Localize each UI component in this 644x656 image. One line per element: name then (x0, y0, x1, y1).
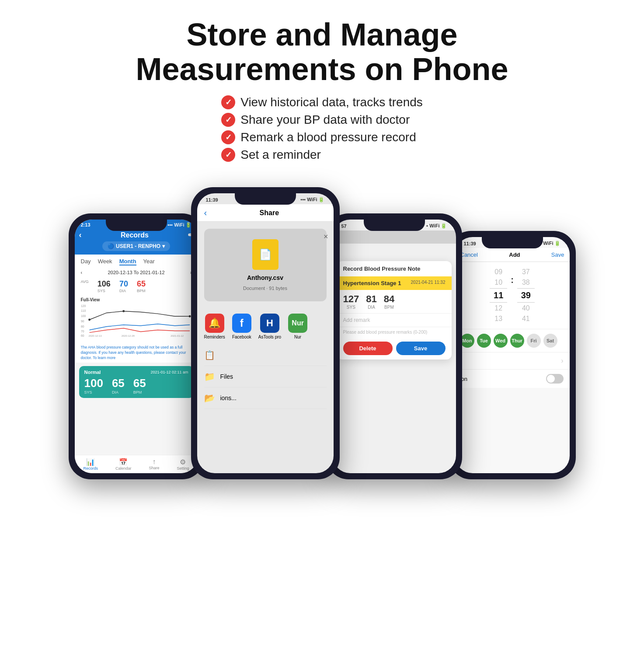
phone1-disclaimer: The AHA blood pressure category should n… (75, 343, 198, 363)
file-icon: 📄 (252, 239, 278, 270)
nav-share[interactable]: ↑ Share (149, 458, 159, 471)
option-more[interactable]: 📂 ions... (204, 387, 327, 409)
check-icon-2 (221, 113, 235, 127)
phone1-chart-svg: 120 110 100 90 80 70 60 (81, 303, 192, 338)
check-icon-3 (221, 130, 235, 144)
phone4-days: Mon Tue Wed Thur Fri Sat (455, 329, 570, 352)
nav-calendar[interactable]: 📅 Calendar (115, 458, 132, 471)
phone4-time-picker[interactable]: 09 10 11 12 13 : 37 38 39 40 41 (455, 262, 570, 329)
page-header: Store and Manage Measurements on Phone V… (136, 17, 508, 165)
bpm-stat: 65 BPM (137, 279, 146, 293)
notch-1 (106, 220, 167, 231)
nav-records[interactable]: 📊 Records (83, 458, 98, 471)
notch-2 (235, 193, 296, 205)
delete-button[interactable]: Delete (343, 342, 393, 355)
app-astools[interactable]: H AsTools pro (258, 314, 281, 339)
tab-month[interactable]: Month (119, 258, 136, 265)
save-button[interactable]: Save (396, 342, 446, 355)
svg-text:60: 60 (81, 334, 84, 337)
phone1-date-range: ‹ 2020-12-13 To 2021-01-12 › (75, 267, 198, 278)
filename: Anthony.csv (247, 274, 283, 281)
app-reminders[interactable]: 🔔 Reminders (204, 314, 225, 339)
phone1-tabs: Day Week Month Year (75, 255, 198, 267)
phone3-remark-hint: Please add blood pressure remarks (0-200… (337, 327, 452, 337)
app-nur[interactable]: Nur Nur (288, 314, 307, 339)
svg-text:2021-01-12: 2021-01-12 (171, 335, 184, 337)
phone4-row-expand[interactable]: › (455, 352, 570, 369)
day-tue[interactable]: Tue (477, 334, 491, 348)
minutes-picker[interactable]: 37 38 39 40 41 (517, 267, 535, 324)
svg-text:2020-12-28: 2020-12-28 (121, 335, 134, 337)
day-mon[interactable]: Mon (460, 334, 474, 348)
feature-item-3: Remark a blood pressure record (221, 130, 423, 144)
feature-item-1: View historical data, tracks trends (221, 95, 423, 109)
toggle-switch[interactable] (546, 374, 564, 384)
phone-bp-note: 57 ▪ WiFi 🔋 Record Blood Pressure Note H… (327, 213, 462, 479)
app-facebook[interactable]: f Facebook (232, 314, 251, 339)
phone3-buttons: Delete Save (337, 337, 452, 359)
phone-records: 2:13 ▪▪▪ WiFi 🔋 ‹ Records ✏ 🔵 USER1 - RE… (69, 213, 204, 479)
phone1-record-card: Normal 2021-01-12 02:11 am 100 SYS 65 DI… (79, 366, 194, 398)
tab-day[interactable]: Day (81, 258, 91, 265)
hours-picker[interactable]: 09 10 11 12 13 (490, 267, 507, 324)
phone3-stage-card: Hypertension Stage 1 2021-04-21 11:32 (337, 276, 452, 290)
phone4-header: Cancel Add Save (455, 248, 570, 262)
feature-item-2: Share your BP data with doctor (221, 113, 423, 127)
tab-week[interactable]: Week (98, 258, 112, 265)
svg-text:90: 90 (81, 320, 84, 323)
phone1-stats: AVG 106 SYS 70 DIA 65 BPM (75, 278, 198, 296)
day-fri[interactable]: Fri (527, 334, 541, 348)
svg-text:110: 110 (81, 310, 86, 313)
check-icon-1 (221, 95, 235, 109)
phone1-chart: Full-View 120 110 100 90 80 70 60 (75, 296, 198, 343)
vital-sys: 127 SYS (343, 293, 359, 310)
phone-reminder: 11:39 ▪▪▪ WiFi 🔋 Cancel Add Save 09 10 1… (449, 231, 576, 479)
svg-point-9 (188, 315, 191, 318)
phone2-file-section: 📄 Anthony.csv Document · 91 bytes × (197, 229, 334, 301)
vital-bpm: 84 BPM (384, 293, 394, 310)
phones-container: 2:13 ▪▪▪ WiFi 🔋 ‹ Records ✏ 🔵 USER1 - RE… (60, 187, 585, 479)
phone3-modal: Record Blood Pressure Note Hypertension … (337, 261, 452, 359)
dia-stat: 70 DIA (119, 279, 128, 293)
learn-more-link[interactable]: To learn more (93, 356, 115, 360)
feature-list: View historical data, tracks trends Shar… (221, 95, 423, 165)
option-copy[interactable]: 📋 (204, 345, 327, 366)
svg-text:80: 80 (81, 325, 84, 328)
phone-share: 11:39 ▪▪▪ WiFi 🔋 ‹ Share 📄 Anthony.csv D… (191, 187, 340, 479)
cancel-button[interactable]: Cancel (460, 251, 478, 258)
day-thur[interactable]: Thur (510, 334, 524, 348)
svg-text:2020-12-13: 2020-12-13 (88, 335, 101, 337)
nav-setting[interactable]: ⚙ Setting (177, 458, 189, 471)
save-add-button[interactable]: Save (551, 251, 564, 258)
record-dia: 65 DIA (112, 377, 125, 394)
sys-stat: 106 SYS (97, 279, 111, 293)
chevron-icon: › (561, 357, 563, 365)
phone3-vitals: 127 SYS 81 DIA 84 BPM (337, 290, 452, 314)
notch-4 (482, 237, 543, 248)
option-files[interactable]: 📁 Files (204, 366, 327, 387)
day-sat[interactable]: Sat (543, 334, 557, 348)
feature-item-4: Set a reminder (221, 148, 423, 162)
phone1-header: ‹ Records ✏ 🔵 USER1 - RENPHO ▾ (75, 228, 198, 255)
phone1-user-bar[interactable]: 🔵 USER1 - RENPHO ▾ (102, 241, 170, 251)
phone2-file-area: 📄 Anthony.csv Document · 91 bytes (204, 229, 327, 301)
close-button[interactable]: × (324, 232, 328, 241)
back-button[interactable]: ‹ (204, 208, 207, 218)
phone2-header: ‹ Share (197, 204, 334, 222)
main-title: Store and Manage Measurements on Phone (136, 17, 508, 87)
svg-point-8 (122, 310, 125, 312)
record-sys: 100 SYS (84, 377, 103, 394)
phone2-options: 📋 📁 Files 📂 ions... (197, 345, 334, 409)
phone1-bottom-nav: 📊 Records 📅 Calendar ↑ Share ⚙ Setting (75, 455, 198, 473)
phone4-row-toggle: on (455, 369, 570, 388)
record-bpm: 65 BPM (133, 377, 146, 394)
phone2-share-apps: 🔔 Reminders f Facebook H AsTools pro Nur… (197, 308, 334, 345)
check-icon-4 (221, 148, 235, 162)
notch-3 (364, 220, 425, 231)
day-wed[interactable]: Wed (494, 334, 508, 348)
svg-text:70: 70 (81, 330, 84, 333)
tab-year[interactable]: Year (143, 258, 155, 265)
filesize: Document · 91 bytes (243, 286, 287, 291)
svg-point-7 (88, 319, 91, 321)
phone3-remark[interactable]: Add remark (337, 314, 452, 327)
